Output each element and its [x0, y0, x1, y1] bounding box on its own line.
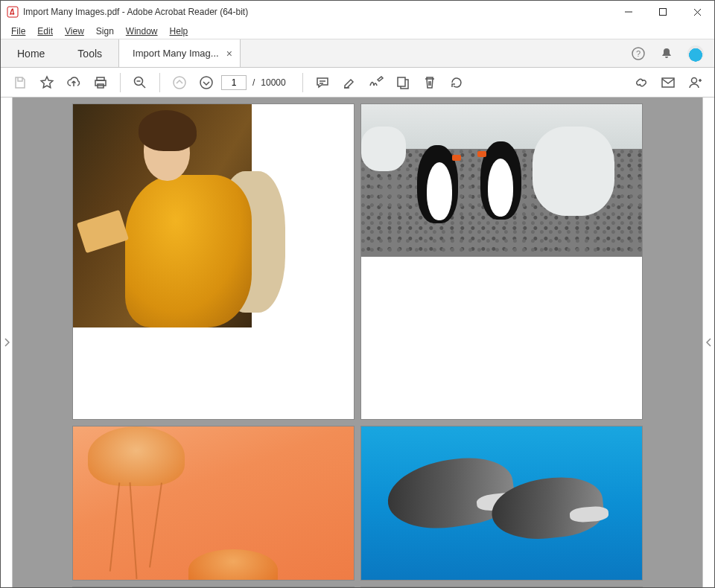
tab-document[interactable]: Import Many Imag... ×: [118, 39, 241, 67]
notifications-bell-icon[interactable]: [659, 46, 674, 61]
pdf-page: [360, 587, 643, 587]
menu-edit[interactable]: Edit: [31, 25, 59, 38]
share-link-icon[interactable]: [629, 71, 653, 95]
menu-window[interactable]: Window: [120, 25, 164, 38]
acrobat-app-icon: [7, 6, 19, 18]
save-icon[interactable]: [8, 71, 32, 95]
stamp-icon[interactable]: [391, 71, 415, 95]
cloud-upload-icon[interactable]: [62, 71, 86, 95]
svg-point-14: [200, 77, 212, 89]
highlight-icon[interactable]: [337, 71, 361, 95]
window-title: Import Many Images.pdf - Adobe Acrobat R…: [23, 7, 248, 17]
account-avatar[interactable]: [687, 45, 704, 62]
menu-bar: File Edit View Sign Window Help: [1, 23, 714, 39]
pdf-page: [72, 426, 355, 581]
help-icon[interactable]: ?: [631, 46, 646, 61]
star-icon[interactable]: [35, 71, 59, 95]
title-bar: Import Many Images.pdf - Adobe Acrobat R…: [1, 1, 714, 23]
tab-strip: Home Tools Import Many Imag... × ?: [1, 39, 714, 68]
page-up-icon[interactable]: [168, 71, 191, 95]
content-area: [1, 98, 714, 587]
sign-icon[interactable]: [364, 71, 388, 95]
zoom-out-icon[interactable]: [128, 71, 152, 95]
comment-icon[interactable]: [311, 71, 334, 95]
menu-sign[interactable]: Sign: [90, 25, 120, 38]
page-separator: /: [250, 77, 255, 88]
window-close-button[interactable]: [680, 1, 714, 23]
main-toolbar: / 10000: [1, 68, 714, 98]
app-window: Import Many Images.pdf - Adobe Acrobat R…: [0, 0, 715, 588]
tab-close-icon[interactable]: ×: [226, 48, 232, 60]
right-panel-toggle[interactable]: [702, 98, 714, 587]
svg-rect-17: [398, 77, 405, 86]
tab-document-label: Import Many Imag...: [133, 48, 219, 59]
email-icon[interactable]: [656, 71, 680, 95]
print-icon[interactable]: [89, 71, 112, 95]
window-minimize-button[interactable]: [611, 1, 646, 23]
pdf-page: [360, 426, 643, 581]
menu-help[interactable]: Help: [164, 25, 194, 38]
delete-icon[interactable]: [418, 71, 442, 95]
tab-home[interactable]: Home: [1, 39, 61, 67]
pdf-page: [72, 103, 355, 420]
svg-rect-8: [95, 80, 106, 86]
svg-point-13: [174, 77, 185, 89]
share-people-icon[interactable]: [683, 71, 707, 95]
page-total: 10000: [258, 77, 285, 88]
window-maximize-button[interactable]: [646, 1, 680, 23]
svg-rect-20: [662, 78, 674, 87]
svg-point-21: [692, 77, 697, 83]
document-viewport: [13, 98, 702, 587]
document-scroll[interactable]: [13, 98, 702, 587]
rotate-icon[interactable]: [445, 71, 468, 95]
pdf-page: [360, 103, 643, 420]
left-panel-toggle[interactable]: [1, 98, 13, 587]
menu-view[interactable]: View: [59, 25, 90, 38]
pdf-page: [72, 587, 355, 587]
tab-tools[interactable]: Tools: [61, 39, 118, 67]
svg-line-11: [142, 84, 145, 88]
page-down-icon[interactable]: [194, 71, 218, 95]
menu-file[interactable]: File: [5, 25, 31, 38]
svg-rect-2: [660, 9, 667, 16]
page-number-input[interactable]: [221, 75, 247, 90]
svg-text:?: ?: [636, 49, 641, 58]
